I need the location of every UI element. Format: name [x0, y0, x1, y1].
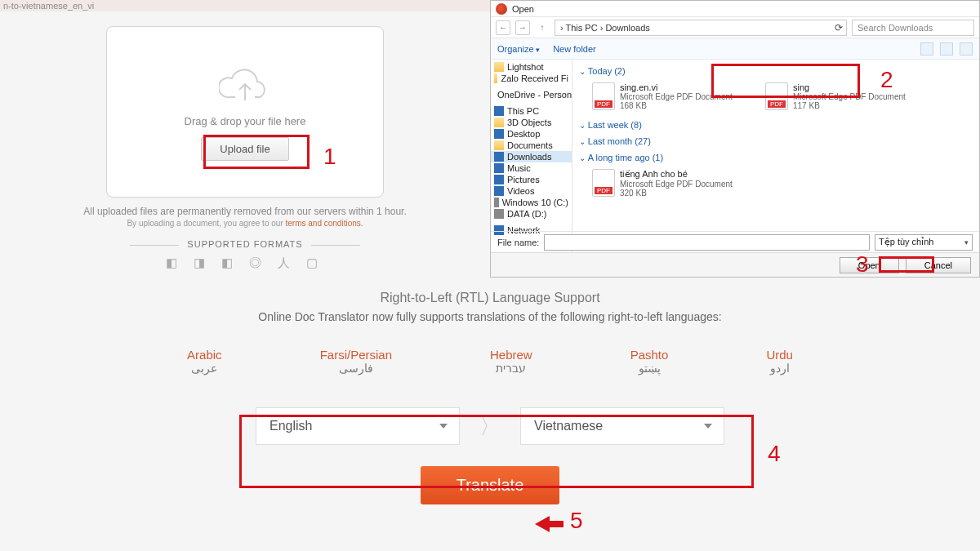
cancel-button[interactable]: Cancel	[906, 257, 971, 273]
direction-arrow-icon: 〉	[479, 412, 501, 441]
lang-farsi: Farsi/Persianفارسی	[320, 348, 392, 375]
preview-icon[interactable]	[940, 42, 953, 56]
terms-link[interactable]: terms and conditions.	[285, 219, 363, 228]
group-today[interactable]: Today (2)	[579, 63, 973, 79]
upload-section: Drag & drop your file here Upload file A…	[0, 11, 490, 271]
dialog-title: Open	[512, 4, 534, 14]
target-language-select[interactable]: Vietnamese	[520, 407, 724, 445]
group-longtime[interactable]: A long time ago (1)	[579, 149, 973, 166]
file-item[interactable]: tiếng Anh cho bé Microsoft Edge PDF Docu…	[592, 169, 755, 198]
file-size: 117 KB	[793, 101, 906, 110]
dialog-buttons: Open Cancel	[491, 252, 979, 277]
file-name: sing.en.vi	[620, 82, 733, 92]
tree-item-onedrive[interactable]: OneDrive - Person	[491, 89, 572, 100]
translate-button[interactable]: Translate	[421, 466, 560, 504]
nav-up-button[interactable]: ↑	[535, 20, 550, 35]
app-icon	[496, 3, 507, 15]
supported-formats-label: SUPPORTED FORMATS	[0, 239, 490, 249]
dialog-titlebar: Open	[491, 1, 979, 17]
supported-formats: SUPPORTED FORMATS ◧ ◨ ◧ ◎ 人 ▢	[0, 239, 490, 271]
group-lastmonth[interactable]: Last month (27)	[579, 133, 973, 149]
file-item[interactable]: sing Microsoft Edge PDF Document 117 KB	[765, 82, 929, 110]
lower-section: Right-to-Left (RTL) Language Support Onl…	[0, 291, 980, 504]
open-button[interactable]: Open	[840, 257, 899, 273]
filename-label: File name:	[497, 238, 539, 247]
upload-note-removal: All uploaded files are permanently remov…	[0, 206, 490, 217]
dialog-navbar: ← → ↑ › This PC › Downloads ⟳ Search Dow…	[491, 17, 979, 38]
lang-pashto: Pashtoپښتو	[630, 348, 669, 375]
refresh-icon[interactable]: ⟳	[835, 22, 843, 33]
tree-item-lightshot[interactable]: Lightshot	[491, 61, 572, 73]
annotation-arrow-5	[535, 516, 550, 532]
tree-item-videos[interactable]: Videos	[491, 185, 572, 197]
language-selector-row: English 〉 Vietnamese	[0, 407, 980, 445]
view-icon[interactable]	[920, 42, 933, 56]
file-type: Microsoft Edge PDF Document	[620, 92, 733, 101]
rtl-language-row: Arabicعربى Farsi/Persianفارسی Hebrewעברי…	[0, 348, 980, 375]
file-name: sing	[793, 82, 906, 92]
help-icon[interactable]	[960, 42, 973, 56]
terms-prefix: By uploading a document, you agree to ou…	[127, 219, 285, 228]
file-type: Microsoft Edge PDF Document	[620, 180, 733, 189]
source-language-select[interactable]: English	[256, 407, 460, 445]
folder-tree: Lightshot Zalo Received Fi OneDrive - Pe…	[491, 60, 572, 256]
nav-back-button[interactable]: ←	[496, 20, 510, 35]
filename-input[interactable]	[544, 234, 870, 251]
pdf-icon	[765, 82, 788, 110]
nav-forward-button[interactable]: →	[515, 20, 530, 35]
dropzone-text: Drag & drop your file here	[185, 115, 306, 127]
tree-item-pictures[interactable]: Pictures	[491, 174, 572, 185]
tree-item-3dobjects[interactable]: 3D Objects	[491, 117, 572, 128]
upload-note-terms: By uploading a document, you agree to ou…	[0, 219, 490, 228]
search-input[interactable]: Search Downloads	[852, 20, 974, 36]
tree-item-music[interactable]: Music	[491, 162, 572, 174]
upload-file-button[interactable]: Upload file	[201, 137, 288, 161]
group-lastweek[interactable]: Last week (8)	[579, 117, 973, 133]
breadcrumb[interactable]: › This PC › Downloads ⟳	[555, 20, 847, 36]
file-list: Today (2) sing.en.vi Microsoft Edge PDF …	[572, 60, 979, 256]
tree-item-zalo[interactable]: Zalo Received Fi	[491, 73, 572, 84]
pdf-icon	[592, 82, 615, 110]
rtl-desc: Online Doc Translator now fully supports…	[0, 310, 980, 323]
tree-item-ddisk[interactable]: DATA (D:)	[491, 208, 572, 220]
annotation-number-5: 5	[570, 508, 583, 534]
format-icons-row: ◧ ◨ ◧ ◎ 人 ▢	[0, 256, 490, 271]
lang-arabic: Arabicعربى	[187, 348, 222, 375]
file-open-dialog: Open ← → ↑ › This PC › Downloads ⟳ Searc…	[490, 0, 980, 278]
organize-menu[interactable]: Organize	[497, 44, 540, 54]
tree-item-desktop[interactable]: Desktop	[491, 128, 572, 140]
tree-item-documents[interactable]: Documents	[491, 140, 572, 151]
new-folder-button[interactable]: New folder	[553, 44, 596, 54]
filename-bar: File name: Tệp tùy chỉnh	[491, 231, 979, 252]
rtl-title: Right-to-Left (RTL) Language Support	[0, 291, 980, 305]
lang-urdu: Urduاردو	[766, 348, 793, 375]
tree-item-cdisk[interactable]: Windows 10 (C:)	[491, 197, 572, 208]
file-filter-select[interactable]: Tệp tùy chỉnh	[875, 234, 973, 251]
breadcrumb-path: › This PC › Downloads	[560, 23, 650, 33]
cloud-upload-icon	[219, 68, 271, 109]
file-size: 168 KB	[620, 101, 733, 110]
pdf-icon	[592, 169, 615, 197]
file-item[interactable]: sing.en.vi Microsoft Edge PDF Document 1…	[592, 82, 755, 110]
file-type: Microsoft Edge PDF Document	[793, 92, 906, 101]
dropzone[interactable]: Drag & drop your file here Upload file	[106, 26, 384, 198]
tree-item-thispc[interactable]: This PC	[491, 105, 572, 117]
tree-item-downloads[interactable]: Downloads	[491, 151, 572, 162]
file-size: 320 KB	[620, 189, 733, 198]
file-name: tiếng Anh cho bé	[620, 169, 733, 180]
lang-hebrew: Hebrewעברית	[490, 348, 532, 375]
dialog-toolbar: Organize New folder	[491, 38, 979, 60]
